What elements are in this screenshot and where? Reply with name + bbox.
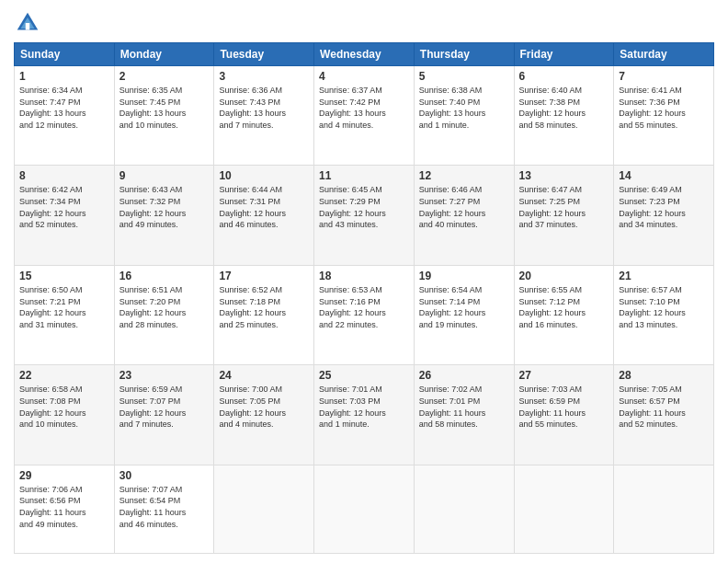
day-info: Sunrise: 6:37 AM Sunset: 7:42 PM Dayligh… (319, 85, 409, 131)
week-row-1: 1Sunrise: 6:34 AM Sunset: 7:47 PM Daylig… (15, 66, 714, 166)
day-info: Sunrise: 6:36 AM Sunset: 7:43 PM Dayligh… (219, 85, 309, 131)
day-info: Sunrise: 7:00 AM Sunset: 7:05 PM Dayligh… (219, 384, 309, 430)
day-number: 12 (419, 169, 509, 182)
header (14, 9, 714, 37)
day-info: Sunrise: 7:05 AM Sunset: 6:57 PM Dayligh… (619, 384, 709, 430)
calendar-cell: 18Sunrise: 6:53 AM Sunset: 7:16 PM Dayli… (314, 265, 415, 364)
day-info: Sunrise: 6:41 AM Sunset: 7:36 PM Dayligh… (619, 85, 709, 131)
day-info: Sunrise: 6:54 AM Sunset: 7:14 PM Dayligh… (419, 284, 509, 330)
calendar-cell: 8Sunrise: 6:42 AM Sunset: 7:34 PM Daylig… (15, 166, 115, 265)
calendar-cell: 14Sunrise: 6:49 AM Sunset: 7:23 PM Dayli… (614, 166, 714, 265)
calendar-cell: 23Sunrise: 6:59 AM Sunset: 7:07 PM Dayli… (114, 365, 214, 465)
day-number: 24 (219, 369, 309, 382)
day-number: 15 (19, 270, 109, 282)
day-info: Sunrise: 6:40 AM Sunset: 7:38 PM Dayligh… (519, 85, 609, 131)
day-number: 30 (119, 469, 210, 482)
calendar-cell: 1Sunrise: 6:34 AM Sunset: 7:47 PM Daylig… (15, 66, 115, 166)
day-number: 21 (619, 270, 709, 282)
weekday-header-saturday: Saturday (614, 43, 714, 66)
calendar-cell: 11Sunrise: 6:45 AM Sunset: 7:29 PM Dayli… (314, 166, 415, 265)
day-info: Sunrise: 6:57 AM Sunset: 7:10 PM Dayligh… (619, 284, 709, 330)
day-info: Sunrise: 7:02 AM Sunset: 7:01 PM Dayligh… (419, 384, 509, 430)
day-number: 28 (619, 369, 709, 382)
calendar-cell: 4Sunrise: 6:37 AM Sunset: 7:42 PM Daylig… (314, 66, 415, 166)
day-number: 22 (19, 369, 109, 382)
day-number: 20 (519, 270, 609, 282)
calendar-cell: 28Sunrise: 7:05 AM Sunset: 6:57 PM Dayli… (614, 365, 714, 465)
calendar-cell: 15Sunrise: 6:50 AM Sunset: 7:21 PM Dayli… (15, 265, 115, 364)
calendar-cell: 16Sunrise: 6:51 AM Sunset: 7:20 PM Dayli… (114, 265, 214, 364)
calendar-cell: 27Sunrise: 7:03 AM Sunset: 6:59 PM Dayli… (514, 365, 614, 465)
day-number: 4 (319, 70, 409, 83)
day-number: 8 (19, 169, 109, 182)
logo-icon (14, 9, 41, 37)
day-info: Sunrise: 6:44 AM Sunset: 7:31 PM Dayligh… (219, 184, 309, 230)
weekday-header-tuesday: Tuesday (214, 43, 314, 66)
day-number: 19 (419, 270, 509, 282)
calendar-cell: 10Sunrise: 6:44 AM Sunset: 7:31 PM Dayli… (214, 166, 314, 265)
day-number: 26 (419, 369, 509, 382)
day-info: Sunrise: 7:01 AM Sunset: 7:03 PM Dayligh… (319, 384, 409, 430)
calendar-cell: 9Sunrise: 6:43 AM Sunset: 7:32 PM Daylig… (114, 166, 214, 265)
calendar-cell (314, 465, 415, 553)
day-info: Sunrise: 6:52 AM Sunset: 7:18 PM Dayligh… (219, 284, 309, 330)
calendar-cell: 21Sunrise: 6:57 AM Sunset: 7:10 PM Dayli… (614, 265, 714, 364)
calendar-cell: 19Sunrise: 6:54 AM Sunset: 7:14 PM Dayli… (414, 265, 514, 364)
page: SundayMondayTuesdayWednesdayThursdayFrid… (0, 0, 728, 563)
logo (14, 9, 45, 37)
day-number: 14 (619, 169, 709, 182)
week-row-2: 8Sunrise: 6:42 AM Sunset: 7:34 PM Daylig… (15, 166, 714, 265)
day-info: Sunrise: 6:42 AM Sunset: 7:34 PM Dayligh… (19, 184, 109, 230)
day-number: 29 (19, 469, 109, 482)
calendar-cell: 26Sunrise: 7:02 AM Sunset: 7:01 PM Dayli… (414, 365, 514, 465)
calendar-cell: 7Sunrise: 6:41 AM Sunset: 7:36 PM Daylig… (614, 66, 714, 166)
calendar-cell (414, 465, 514, 553)
weekday-header-friday: Friday (514, 43, 614, 66)
calendar-cell: 22Sunrise: 6:58 AM Sunset: 7:08 PM Dayli… (15, 365, 115, 465)
calendar-cell (214, 465, 314, 553)
day-info: Sunrise: 6:47 AM Sunset: 7:25 PM Dayligh… (519, 184, 609, 230)
day-number: 16 (119, 270, 210, 282)
weekday-header-sunday: Sunday (15, 43, 115, 66)
day-number: 2 (119, 70, 210, 83)
day-number: 10 (219, 169, 309, 182)
week-row-4: 22Sunrise: 6:58 AM Sunset: 7:08 PM Dayli… (15, 365, 714, 465)
day-info: Sunrise: 6:49 AM Sunset: 7:23 PM Dayligh… (619, 184, 709, 230)
weekday-header-thursday: Thursday (414, 43, 514, 66)
day-info: Sunrise: 6:38 AM Sunset: 7:40 PM Dayligh… (419, 85, 509, 131)
day-info: Sunrise: 6:34 AM Sunset: 7:47 PM Dayligh… (19, 85, 109, 131)
calendar-cell (614, 465, 714, 553)
day-info: Sunrise: 6:58 AM Sunset: 7:08 PM Dayligh… (19, 384, 109, 430)
day-number: 7 (619, 70, 709, 83)
day-info: Sunrise: 6:35 AM Sunset: 7:45 PM Dayligh… (119, 85, 210, 131)
day-info: Sunrise: 6:53 AM Sunset: 7:16 PM Dayligh… (319, 284, 409, 330)
day-info: Sunrise: 6:55 AM Sunset: 7:12 PM Dayligh… (519, 284, 609, 330)
calendar-cell: 3Sunrise: 6:36 AM Sunset: 7:43 PM Daylig… (214, 66, 314, 166)
day-info: Sunrise: 6:43 AM Sunset: 7:32 PM Dayligh… (119, 184, 210, 230)
day-number: 17 (219, 270, 309, 282)
day-info: Sunrise: 6:45 AM Sunset: 7:29 PM Dayligh… (319, 184, 409, 230)
svg-rect-2 (26, 23, 30, 30)
day-number: 9 (119, 169, 210, 182)
day-info: Sunrise: 7:07 AM Sunset: 6:54 PM Dayligh… (119, 484, 210, 530)
calendar-cell: 2Sunrise: 6:35 AM Sunset: 7:45 PM Daylig… (114, 66, 214, 166)
weekday-header-row: SundayMondayTuesdayWednesdayThursdayFrid… (15, 43, 714, 66)
day-number: 5 (419, 70, 509, 83)
calendar-cell: 25Sunrise: 7:01 AM Sunset: 7:03 PM Dayli… (314, 365, 415, 465)
calendar-cell (514, 465, 614, 553)
day-info: Sunrise: 6:59 AM Sunset: 7:07 PM Dayligh… (119, 384, 210, 430)
day-number: 11 (319, 169, 409, 182)
calendar-cell: 17Sunrise: 6:52 AM Sunset: 7:18 PM Dayli… (214, 265, 314, 364)
day-info: Sunrise: 6:46 AM Sunset: 7:27 PM Dayligh… (419, 184, 509, 230)
day-info: Sunrise: 6:51 AM Sunset: 7:20 PM Dayligh… (119, 284, 210, 330)
day-info: Sunrise: 6:50 AM Sunset: 7:21 PM Dayligh… (19, 284, 109, 330)
week-row-3: 15Sunrise: 6:50 AM Sunset: 7:21 PM Dayli… (15, 265, 714, 364)
calendar-cell: 12Sunrise: 6:46 AM Sunset: 7:27 PM Dayli… (414, 166, 514, 265)
day-number: 27 (519, 369, 609, 382)
calendar-cell: 30Sunrise: 7:07 AM Sunset: 6:54 PM Dayli… (114, 465, 214, 553)
week-row-5: 29Sunrise: 7:06 AM Sunset: 6:56 PM Dayli… (15, 465, 714, 553)
day-number: 1 (19, 70, 109, 83)
day-info: Sunrise: 7:06 AM Sunset: 6:56 PM Dayligh… (19, 484, 109, 530)
calendar-cell: 20Sunrise: 6:55 AM Sunset: 7:12 PM Dayli… (514, 265, 614, 364)
calendar-table: SundayMondayTuesdayWednesdayThursdayFrid… (14, 42, 714, 554)
